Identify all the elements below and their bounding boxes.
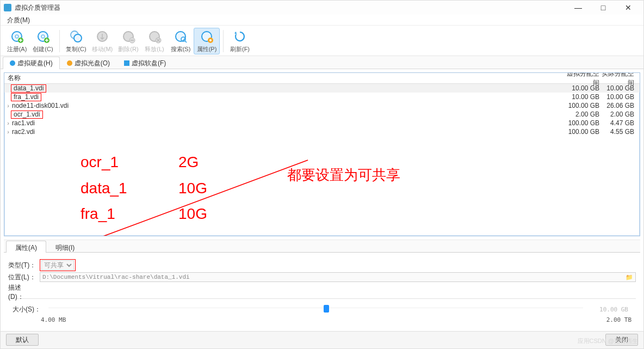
menubar: 介质(M) — [1, 15, 643, 26]
watermark: 应用CSDN @范特西生 — [578, 337, 638, 345]
table-row[interactable]: fra_1.vdi10.00 GB10.00 GB — [4, 93, 640, 101]
bottom-bar: 默认 关闭 — [1, 331, 643, 348]
toolbar-copy[interactable]: 复制(C) — [63, 28, 89, 54]
close-button[interactable]: ✕ — [621, 3, 636, 12]
toolbar: 注册(A) 创建(C) 复制(C) 移动(M) 删除(R) 释放(L) 搜索(S… — [1, 26, 643, 56]
table-row[interactable]: ocr_1.vdi2.00 GB2.00 GB — [4, 110, 640, 119]
annotation-line: ocr_12G — [81, 149, 222, 175]
app-icon — [4, 4, 11, 11]
property-tabs: 属性(A) 明细(I) — [4, 240, 640, 253]
folder-icon[interactable]: 📁 — [626, 274, 633, 281]
row-virtual: 100.00 GB — [564, 128, 602, 136]
annotation-row-highlight: ocr_1.vdi — [11, 111, 43, 119]
disk-release-icon — [147, 29, 162, 44]
subtab-hdd[interactable]: 虚拟硬盘(H) — [3, 57, 60, 69]
subtab-odd[interactable]: 虚拟光盘(O) — [60, 57, 117, 69]
row-name: node11-disk001.vdi — [12, 102, 564, 109]
toolbar-refresh[interactable]: 刷新(F) — [227, 28, 253, 54]
media-subtabs: 虚拟硬盘(H) 虚拟光盘(O) 虚拟软盘(F) — [1, 56, 643, 69]
toolbar-release-label: 释放(L) — [145, 45, 164, 53]
annotation-line: fra_110G — [81, 201, 222, 227]
col-name[interactable]: 名称 — [4, 74, 564, 83]
expand-icon[interactable]: › — [4, 102, 12, 109]
toolbar-properties-label: 属性(P) — [197, 45, 217, 53]
annotation-row-highlight: data_1.vdi — [11, 84, 46, 93]
hdd-icon — [10, 60, 15, 66]
toolbar-search[interactable]: 搜索(S) — [168, 28, 194, 54]
size-label: 大小(S)： — [13, 305, 41, 314]
disk-move-icon — [95, 29, 110, 44]
svg-point-1 — [15, 35, 18, 38]
toolbar-refresh-label: 刷新(F) — [230, 45, 250, 53]
size-slider[interactable] — [48, 303, 583, 315]
toolbar-add-label: 注册(A) — [7, 45, 27, 53]
expand-icon[interactable]: › — [4, 128, 12, 135]
table-row[interactable]: ›rac1.vdi100.00 GB4.47 GB — [4, 119, 640, 127]
list-body[interactable]: data_1.vdi10.00 GB10.00 GBfra_1.vdi10.00… — [4, 84, 640, 136]
list-header: 名称 虚拟分配空间 实际分配空间 — [4, 73, 640, 84]
svg-point-7 — [74, 34, 82, 42]
proptab-details[interactable]: 明细(I) — [46, 241, 84, 253]
row-virtual: 100.00 GB — [564, 102, 602, 109]
size-value: 10.00 GB — [591, 306, 631, 313]
row-virtual: 100.00 GB — [564, 119, 602, 127]
refresh-icon — [232, 29, 247, 44]
location-value: D:\Documents\Vitrual\rac-share\data_1.vd… — [42, 274, 190, 280]
location-label: 位置(L)： — [8, 273, 36, 282]
toolbar-move[interactable]: 移动(M) — [89, 28, 115, 54]
row-name: data_1.vdi — [12, 84, 564, 93]
toolbar-create-label: 创建(C) — [33, 45, 53, 53]
disk-list-panel: 名称 虚拟分配空间 实际分配空间 data_1.vdi10.00 GB10.00… — [4, 72, 640, 236]
toolbar-release[interactable]: 释放(L) — [141, 28, 168, 54]
expand-icon[interactable]: › — [4, 120, 12, 126]
location-field[interactable]: D:\Documents\Vitrual\rac-share\data_1.vd… — [40, 272, 636, 282]
row-actual: 4.55 GB — [602, 128, 640, 136]
row-actual: 2.00 GB — [602, 111, 640, 118]
row-name: rac1.vdi — [12, 119, 564, 127]
disk-create-icon — [35, 29, 51, 44]
row-name: fra_1.vdi — [12, 93, 564, 101]
odd-icon — [67, 60, 72, 66]
toolbar-copy-label: 复制(C) — [66, 45, 86, 53]
svg-point-13 — [176, 32, 185, 41]
table-row[interactable]: data_1.vdi10.00 GB10.00 GB — [4, 84, 640, 93]
fdd-icon — [124, 60, 129, 66]
desc-label: 描述(D)： — [8, 283, 36, 302]
type-select[interactable]: 可共享 — [41, 260, 74, 270]
toolbar-properties[interactable]: 属性(P) — [194, 28, 220, 54]
menu-media[interactable]: 介质(M) — [4, 15, 33, 25]
row-virtual: 2.00 GB — [564, 111, 602, 118]
disk-copy-icon — [69, 29, 84, 44]
toolbar-create[interactable]: 创建(C) — [30, 28, 56, 54]
subtab-fdd-label: 虚拟软盘(F) — [132, 59, 166, 68]
toolbar-remove[interactable]: 删除(R) — [115, 28, 141, 54]
row-virtual: 10.00 GB — [564, 93, 602, 101]
annotation-type-highlight: 可共享 — [40, 259, 76, 271]
disk-remove-icon — [121, 29, 136, 44]
minimize-button[interactable]: — — [571, 3, 586, 12]
size-min: 4.00 MB — [41, 316, 66, 323]
subtab-fdd[interactable]: 虚拟软盘(F) — [117, 57, 173, 69]
row-virtual: 10.00 GB — [564, 84, 602, 92]
type-label: 类型(T)： — [8, 261, 36, 270]
titlebar: 虚拟介质管理器 — □ ✕ — [1, 1, 643, 15]
size-max: 2.00 TB — [606, 316, 631, 323]
annotation-size-block: ocr_12Gdata_110Gfra_110G — [81, 149, 222, 227]
table-row[interactable]: ›rac2.vdi100.00 GB4.55 GB — [4, 127, 640, 136]
maximize-button[interactable]: □ — [596, 3, 611, 12]
subtab-hdd-label: 虚拟硬盘(H) — [17, 59, 53, 68]
table-row[interactable]: ›node11-disk001.vdi100.00 GB26.06 GB — [4, 101, 640, 110]
toolbar-add[interactable]: 注册(A) — [4, 28, 30, 54]
default-button[interactable]: 默认 — [6, 334, 39, 346]
svg-point-4 — [41, 35, 45, 38]
window-controls: — □ ✕ — [571, 3, 640, 12]
proptab-attributes[interactable]: 属性(A) — [6, 241, 46, 253]
annotation-line: data_110G — [81, 175, 222, 201]
annotation-main-text: 都要设置为可共享 — [287, 166, 400, 185]
size-range-labels: 4.00 MB 2.00 TB — [8, 316, 636, 326]
row-name: ocr_1.vdi — [12, 111, 564, 119]
disk-search-icon — [173, 29, 188, 44]
window-title: 虚拟介质管理器 — [15, 3, 571, 13]
content-area: 名称 虚拟分配空间 实际分配空间 data_1.vdi10.00 GB10.00… — [1, 69, 643, 331]
svg-point-17 — [209, 39, 212, 41]
